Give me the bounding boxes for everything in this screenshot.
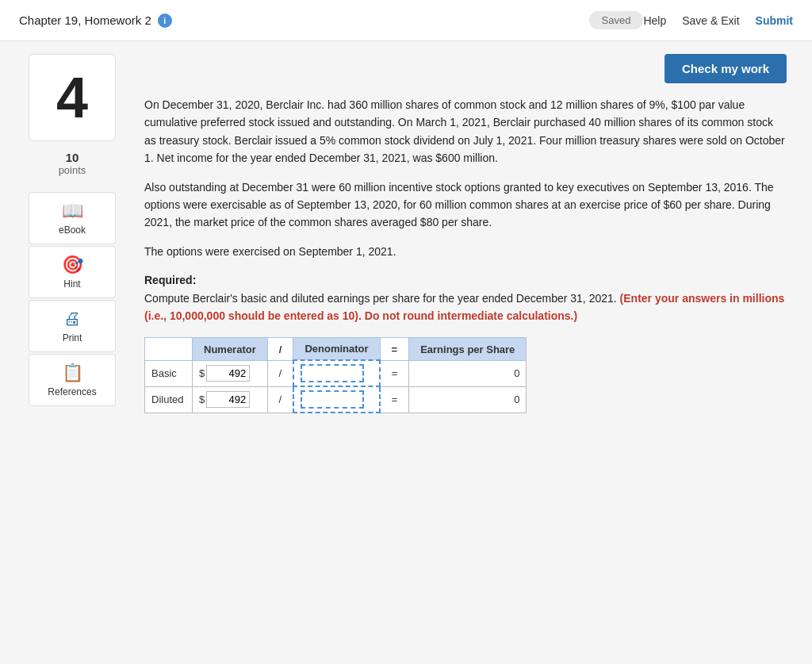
basic-numerator-cell: $ — [193, 360, 268, 386]
points-label: 10 points — [59, 151, 86, 176]
hint-label: Hint — [63, 278, 80, 290]
col-denominator: Denominator — [293, 338, 380, 361]
help-link[interactable]: Help — [643, 14, 666, 27]
hint-icon: 🎯 — [62, 255, 83, 275]
answer-table: Numerator / Denominator = Earnings per S… — [144, 337, 527, 413]
paragraph3: The options were exercised on September … — [144, 243, 787, 260]
check-work-wrapper: Check my work — [144, 54, 787, 96]
submit-link[interactable]: Submit — [756, 14, 793, 27]
ebook-label: eBook — [59, 225, 86, 236]
required-strong: Required: — [144, 274, 196, 286]
diluted-numerator-cell: $ — [193, 386, 268, 413]
question-number: 4 — [56, 65, 88, 130]
basic-equals: = — [380, 360, 409, 386]
points-value: 10 — [59, 151, 86, 164]
col-slash: / — [267, 338, 293, 361]
top-bar-actions: Help Save & Exit Submit — [643, 14, 793, 27]
diluted-denominator-cell[interactable] — [293, 386, 380, 413]
saved-badge: Saved — [589, 11, 644, 29]
print-label: Print — [63, 332, 82, 344]
top-bar: Chapter 19, Homework 2 i Saved Help Save… — [0, 0, 812, 41]
basic-denominator-cell[interactable] — [293, 360, 380, 386]
diluted-numerator-input[interactable] — [206, 391, 250, 408]
paragraph1: On December 31, 2020, Berclair Inc. had … — [144, 96, 787, 167]
col-label-empty — [145, 338, 193, 361]
diluted-dollar: $ — [199, 393, 205, 405]
chapter-title: Chapter 19, Homework 2 — [19, 13, 151, 27]
save-exit-link[interactable]: Save & Exit — [682, 14, 739, 27]
references-tool[interactable]: 📋 References — [29, 354, 116, 406]
sidebar: 4 10 points 📖 eBook 🎯 Hint 🖨 Print 📋 Ref… — [13, 54, 132, 413]
diluted-eps: 0 — [409, 386, 527, 413]
diluted-equals: = — [380, 386, 409, 413]
diluted-slash: / — [267, 386, 293, 413]
basic-label: Basic — [145, 360, 193, 386]
problem-text: On December 31, 2020, Berclair Inc. had … — [144, 96, 787, 324]
table-row-diluted: Diluted $ / = 0 — [145, 386, 527, 413]
main-content: 4 10 points 📖 eBook 🎯 Hint 🖨 Print 📋 Ref… — [0, 41, 812, 426]
basic-numerator-input[interactable] — [206, 365, 250, 382]
basic-denominator-input[interactable] — [301, 364, 364, 382]
info-icon[interactable]: i — [158, 13, 172, 28]
content-area: Check my work On December 31, 2020, Berc… — [132, 54, 799, 413]
hint-tool[interactable]: 🎯 Hint — [29, 246, 116, 298]
basic-dollar: $ — [199, 367, 205, 379]
ebook-tool[interactable]: 📖 eBook — [29, 192, 116, 244]
required-text: Compute Berclair's basic and diluted ear… — [144, 292, 617, 305]
print-icon: 🖨 — [63, 309, 81, 329]
table-row-basic: Basic $ / = 0 — [145, 360, 527, 386]
print-tool[interactable]: 🖨 Print — [29, 300, 116, 352]
check-my-work-button[interactable]: Check my work — [665, 54, 787, 83]
diluted-label: Diluted — [145, 386, 193, 413]
page-title: Chapter 19, Homework 2 i — [19, 13, 589, 28]
references-icon: 📋 — [62, 363, 83, 383]
col-equals: = — [380, 338, 409, 361]
references-label: References — [48, 386, 96, 397]
col-numerator: Numerator — [193, 338, 268, 361]
basic-slash: / — [267, 360, 293, 386]
col-eps: Earnings per Share — [409, 338, 527, 361]
basic-eps: 0 — [409, 360, 527, 386]
paragraph2: Also outstanding at December 31 were 60 … — [144, 178, 787, 232]
question-number-box: 4 — [29, 54, 116, 141]
diluted-denominator-input[interactable] — [301, 390, 364, 409]
ebook-icon: 📖 — [62, 201, 83, 221]
sidebar-tools: 📖 eBook 🎯 Hint 🖨 Print 📋 References — [29, 192, 116, 406]
required-label: Required: Compute Berclair's basic and d… — [144, 271, 787, 324]
points-text: points — [59, 164, 86, 176]
